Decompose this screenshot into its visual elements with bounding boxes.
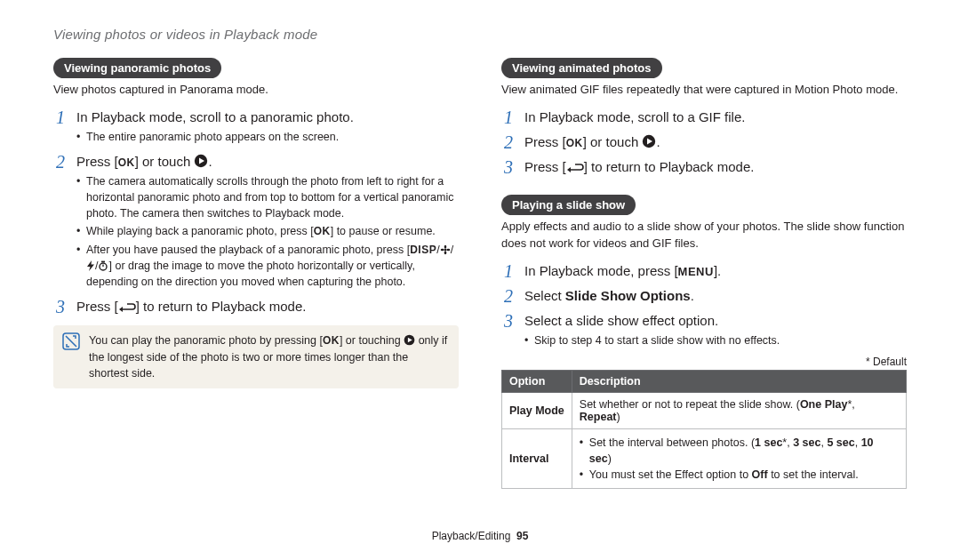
step-number: 1 <box>501 108 516 127</box>
step-body: In Playback mode, scroll to a panoramic … <box>76 108 354 147</box>
bullet: The camera automatically scrolls through… <box>76 173 459 221</box>
step-text: Press [] to return to Playback mode. <box>524 159 754 174</box>
step-3: 3 Select a slide show effect option. Ski… <box>501 311 907 350</box>
return-icon <box>566 163 584 173</box>
note-box: You can play the panoramic photo by pres… <box>53 325 459 388</box>
svg-point-2 <box>444 248 446 251</box>
text: Press [ <box>524 134 566 149</box>
step-text: Select Slide Show Options. <box>524 288 694 303</box>
opt-desc: Set whether or not to repeat the slide s… <box>572 392 906 428</box>
left-column: Viewing panoramic photos View photos cap… <box>53 58 459 489</box>
step-text: Select a slide show effect option. <box>524 313 718 328</box>
options-table: Option Description Play Mode Set whether… <box>501 370 907 489</box>
disp-icon: DISP <box>410 244 436 256</box>
heading-animated: Viewing animated photos <box>501 58 662 78</box>
bold: One Play <box>800 398 848 411</box>
default-label: * Default <box>501 356 907 368</box>
text: . <box>691 288 694 303</box>
svg-point-3 <box>444 244 446 248</box>
opt-name: Interval <box>502 428 572 488</box>
step-1: 1 In Playback mode, scroll to a panorami… <box>53 108 459 147</box>
text: . <box>656 134 660 149</box>
bullet: You must set the Effect option to Off to… <box>580 467 899 483</box>
text: In Playback mode, press [ <box>524 263 678 278</box>
bold: 3 sec <box>793 436 820 449</box>
text: ] to return to Playback mode. <box>584 159 755 174</box>
text: . <box>208 154 212 169</box>
step-text: In Playback mode, scroll to a panoramic … <box>76 109 354 124</box>
step-bullets: Skip to step 4 to start a slide show wit… <box>524 332 780 348</box>
step-number: 3 <box>501 157 516 177</box>
ok-icon: OK <box>566 137 583 149</box>
bold: Slide Show Options <box>565 288 691 303</box>
step-number: 2 <box>501 286 516 306</box>
step-text: Press [OK] or touch . <box>76 154 212 169</box>
step-1: 1 In Playback mode, scroll to a GIF file… <box>501 108 907 127</box>
columns: Viewing panoramic photos View photos cap… <box>53 58 907 489</box>
text: *, <box>847 398 854 411</box>
footer-section: Playback/Editing <box>432 530 511 542</box>
step-2: 2 Press [OK] or touch . <box>501 132 907 152</box>
text: ]. <box>714 263 721 278</box>
heading-panoramic: Viewing panoramic photos <box>53 58 221 78</box>
text: *, <box>782 436 793 449</box>
step-body: Select a slide show effect option. Skip … <box>524 311 780 350</box>
heading-slideshow: Playing a slide show <box>501 195 636 215</box>
note-text: You can play the panoramic photo by pres… <box>89 332 450 381</box>
opt-desc: Set the interval between photos. (1 sec*… <box>572 428 906 488</box>
step-text: In Playback mode, press [MENU]. <box>524 263 721 278</box>
step-body: Press [] to return to Playback mode. <box>524 157 754 176</box>
svg-marker-17 <box>567 167 571 172</box>
table-row: Play Mode Set whether or not to repeat t… <box>502 392 907 428</box>
bullet: After you have paused the playback of a … <box>76 242 459 291</box>
bullet: Set the interval between photos. (1 sec*… <box>580 435 899 467</box>
step-3: 3 Press [] to return to Playback mode. <box>53 297 459 316</box>
svg-point-5 <box>440 248 444 251</box>
flower-icon <box>440 244 451 255</box>
text: , <box>855 436 861 449</box>
right-column: Viewing animated photos View animated GI… <box>501 58 907 489</box>
text: Press [ <box>76 154 118 169</box>
step-1: 1 In Playback mode, press [MENU]. <box>501 261 907 281</box>
manual-page: Viewing photos or videos in Playback mod… <box>0 0 960 560</box>
text: ] to return to Playback mode. <box>136 299 307 314</box>
note-icon <box>62 332 80 350</box>
page-title: Viewing photos or videos in Playback mod… <box>53 27 907 42</box>
play-icon <box>404 334 415 346</box>
step-body: In Playback mode, press [MENU]. <box>524 261 721 280</box>
steps-animated: 1 In Playback mode, scroll to a GIF file… <box>501 108 907 177</box>
bullet: Skip to step 4 to start a slide show wit… <box>524 332 780 348</box>
step-2: 2 Press [OK] or touch . The camera autom… <box>53 152 459 292</box>
flash-icon <box>86 260 95 271</box>
step-body: In Playback mode, scroll to a GIF file. <box>524 108 745 126</box>
bullet: The entire panoramic photo appears on th… <box>76 129 354 145</box>
menu-icon: MENU <box>678 265 714 278</box>
step-text: In Playback mode, scroll to a GIF file. <box>524 109 745 124</box>
text: You must set the Effect option to <box>589 468 752 481</box>
bold: 5 sec <box>827 436 854 449</box>
bold: 1 sec <box>755 436 782 449</box>
return-icon <box>118 302 136 313</box>
text: Set whether or not to repeat the slide s… <box>580 398 800 411</box>
text: Select <box>524 288 565 303</box>
step-body: Press [OK] or touch . <box>524 132 660 151</box>
svg-marker-7 <box>87 260 94 271</box>
text: ] or touch <box>135 154 195 169</box>
step-number: 2 <box>501 132 516 152</box>
footer-page-number: 95 <box>516 530 528 542</box>
steps-slideshow: 1 In Playback mode, press [MENU]. 2 Sele… <box>501 261 907 350</box>
text: Press [ <box>524 159 566 174</box>
th-description: Description <box>572 370 906 392</box>
svg-point-4 <box>444 251 446 254</box>
step-number: 3 <box>501 311 516 331</box>
text: ) <box>608 452 612 465</box>
svg-marker-11 <box>119 307 123 312</box>
text: to set the interval. <box>768 468 859 481</box>
text: ) <box>617 411 620 423</box>
text: ] or touch <box>583 134 643 149</box>
step-number: 3 <box>53 297 68 316</box>
timer-icon <box>98 260 108 271</box>
play-icon <box>642 134 656 148</box>
bullet: While playing back a panoramic photo, pr… <box>76 223 459 239</box>
step-body: Press [OK] or touch . The camera automat… <box>76 152 459 292</box>
